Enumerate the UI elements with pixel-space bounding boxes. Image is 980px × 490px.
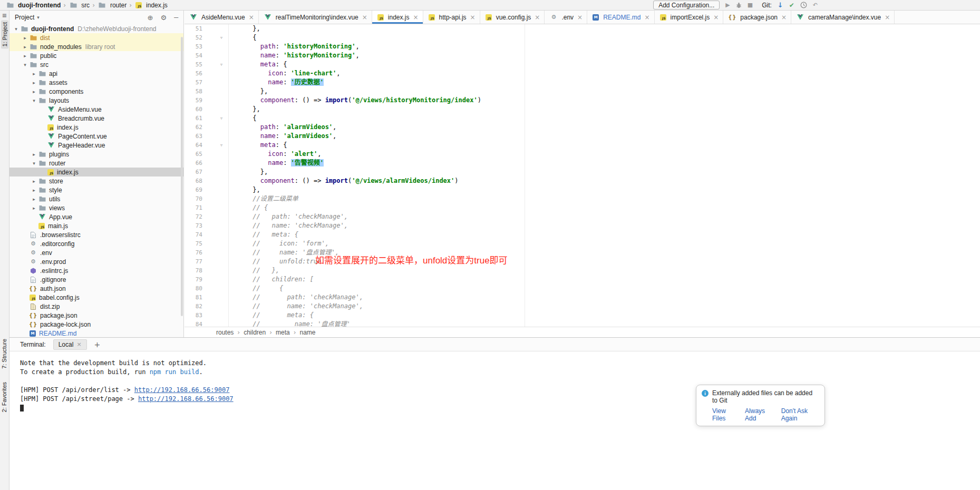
tab-importexcel-js[interactable]: JSimportExcel.js×: [655, 11, 724, 24]
code-line-58[interactable]: 58 },: [185, 87, 980, 96]
code-line-74[interactable]: 74 // meta: {: [185, 230, 980, 239]
code-line-72[interactable]: 72 // path: 'checkManage',: [185, 212, 980, 221]
code-line-78[interactable]: 78 // },: [185, 266, 980, 275]
tree-item-plugins[interactable]: ▸plugins: [9, 150, 183, 159]
breadcrumb-item-index-js[interactable]: JSindex.js: [133, 2, 169, 9]
tree-item-browserslistrc[interactable]: .browserslistrc: [9, 230, 183, 239]
code-line-70[interactable]: 70 //设置二级菜单: [185, 194, 980, 203]
close-icon[interactable]: ×: [413, 14, 419, 21]
tree-item-eslintrc-js[interactable]: .eslintrc.js: [9, 266, 183, 275]
tree-item-src[interactable]: ▾src: [9, 60, 183, 69]
terminal-output[interactable]: Note that the development build is not o…: [9, 351, 980, 413]
run-button[interactable]: ▶: [725, 2, 730, 8]
code-line-75[interactable]: 75 // icon: 'form',: [185, 239, 980, 248]
code-line-67[interactable]: 67 },: [185, 168, 980, 177]
close-icon[interactable]: ×: [713, 14, 719, 21]
tree-item-layouts[interactable]: ▾layouts: [9, 96, 183, 105]
editor-breadcrumb-item-routes[interactable]: routes: [216, 329, 234, 336]
tree-item-api[interactable]: ▸api: [9, 69, 183, 78]
code-line-68[interactable]: 68 component: () => import('@/views/alar…: [185, 177, 980, 185]
tree-item-babel-config-js[interactable]: JSbabel.config.js: [9, 293, 183, 302]
close-icon[interactable]: ×: [535, 14, 540, 21]
code-line-84[interactable]: 84 // name: '盘点管理': [185, 320, 980, 327]
hide-panel-button[interactable]: ─: [174, 14, 178, 22]
chevron-down-icon[interactable]: ▾: [31, 161, 37, 166]
code-line-64[interactable]: 64▿ meta: {: [185, 141, 980, 150]
code-line-51[interactable]: 51 },: [185, 24, 980, 33]
toolwindow-button-project[interactable]: 1: Project: [1, 20, 8, 48]
code-line-77[interactable]: 77 // unfold:true: [185, 257, 980, 266]
code-line-60[interactable]: 60 },: [185, 105, 980, 114]
code-line-69[interactable]: 69 },: [185, 185, 980, 194]
git-update-icon[interactable]: ↓: [778, 2, 783, 8]
tree-item-pagecontent-vue[interactable]: PageContent.vue: [9, 132, 183, 141]
tool-windows-icon[interactable]: ▦: [2, 13, 7, 18]
code-line-65[interactable]: 65 icon: 'alert',: [185, 150, 980, 159]
chevron-right-icon[interactable]: ▸: [31, 188, 37, 193]
breadcrumb-item-src[interactable]: src: [67, 2, 91, 9]
action-view-files[interactable]: View Files: [712, 407, 737, 422]
fold-marker-icon[interactable]: ▿: [202, 60, 226, 69]
tree-item-utils[interactable]: ▸utils: [9, 194, 183, 203]
close-icon[interactable]: ×: [470, 14, 476, 21]
code-line-80[interactable]: 80 // {: [185, 284, 980, 293]
code-line-83[interactable]: 83 // meta: {: [185, 311, 980, 320]
code-line-79[interactable]: 79 // children: [: [185, 275, 980, 284]
close-icon[interactable]: ×: [76, 341, 81, 348]
tab-index-js[interactable]: JSindex.js×: [372, 11, 423, 24]
gear-icon[interactable]: ⚙: [161, 14, 167, 22]
editor-breadcrumb-item-name[interactable]: name: [300, 329, 316, 336]
fold-marker-icon[interactable]: ▿: [202, 33, 226, 42]
tree-item-dist[interactable]: ▸dist: [9, 33, 183, 42]
locate-file-button[interactable]: ⊕: [148, 14, 153, 22]
terminal-tab-local[interactable]: Local ×: [53, 339, 87, 350]
tree-item-main-js[interactable]: JSmain.js: [9, 221, 183, 230]
tree-item-assets[interactable]: ▸assets: [9, 78, 183, 87]
tab-asidemenu-vue[interactable]: AsideMenu.vue×: [185, 11, 259, 24]
editor[interactable]: 51 },52▿ {53 path: 'historyMonitoring',5…: [185, 24, 980, 327]
code-line-63[interactable]: 63 name: 'alarmVideos',: [185, 132, 980, 141]
chevron-right-icon[interactable]: ▸: [22, 53, 28, 58]
tree-item-duoji-frontend[interactable]: ▾duoji-frontendD:\zheheWeb\duoji-fronten…: [9, 24, 183, 33]
terminal-link[interactable]: http://192.168.66.56:9007: [138, 395, 234, 403]
code-line-53[interactable]: 53 path: 'historyMonitoring',: [185, 42, 980, 51]
chevron-down-icon[interactable]: ▾: [37, 15, 40, 20]
chevron-right-icon[interactable]: ▸: [22, 35, 28, 41]
fold-marker-icon[interactable]: ▿: [202, 114, 226, 123]
tab-package-json[interactable]: {}package.json×: [723, 11, 791, 24]
tree-item-views[interactable]: ▸views: [9, 203, 183, 212]
code-line-81[interactable]: 81 // path: 'checkManage',: [185, 293, 980, 302]
tree-item-breadcrumb-vue[interactable]: Breadcrumb.vue: [9, 114, 183, 123]
code-line-54[interactable]: 54 name: 'historyMonitoring',: [185, 51, 980, 60]
action-don-t-ask-again[interactable]: Don't Ask Again: [781, 407, 819, 422]
terminal-prompt-line[interactable]: [20, 404, 980, 413]
close-icon[interactable]: ×: [362, 14, 367, 21]
debug-button[interactable]: [736, 2, 742, 8]
add-configuration-button[interactable]: Add Configuration...: [653, 1, 720, 9]
chevron-right-icon[interactable]: ▸: [31, 89, 37, 94]
action-always-add[interactable]: Always Add: [745, 407, 773, 422]
new-terminal-button[interactable]: +: [94, 340, 101, 349]
tree-item-editorconfig[interactable]: ⚙.editorconfig: [9, 239, 183, 248]
close-icon[interactable]: ×: [885, 14, 890, 21]
code-line-71[interactable]: 71 // {: [185, 203, 980, 212]
tab-http-api-js[interactable]: JShttp-api.js×: [423, 11, 480, 24]
tree-item-package-lock-json[interactable]: {}package-lock.json: [9, 320, 183, 329]
tree-item-readme-md[interactable]: MREADME.md: [9, 329, 183, 337]
tree-item-auth-json[interactable]: {}auth.json: [9, 284, 183, 293]
code-line-73[interactable]: 73 // name: 'checkManage',: [185, 221, 980, 230]
tree-item-style[interactable]: ▸style: [9, 185, 183, 194]
chevron-right-icon[interactable]: ▸: [31, 152, 37, 157]
tree-item-index-js[interactable]: JSindex.js: [9, 168, 183, 177]
breadcrumb-item-duoji-frontend[interactable]: duoji-frontend: [4, 2, 62, 9]
tree-item-public[interactable]: ▸public: [9, 51, 183, 60]
chevron-down-icon[interactable]: ▾: [13, 26, 20, 32]
tree-item-asidemenu-vue[interactable]: AsideMenu.vue: [9, 105, 183, 114]
chevron-down-icon[interactable]: ▾: [22, 62, 28, 67]
tree-item-store[interactable]: ▸store: [9, 177, 183, 185]
tree-item-package-json[interactable]: {}package.json: [9, 311, 183, 320]
chevron-right-icon[interactable]: ▸: [31, 80, 37, 85]
tab-env[interactable]: ⚙.env×: [545, 11, 587, 24]
code-line-57[interactable]: 57 name: '历史数据': [185, 78, 980, 87]
tab-realtimemonitoring-index-vue[interactable]: realTimeMonitoring\index.vue×: [259, 11, 372, 24]
